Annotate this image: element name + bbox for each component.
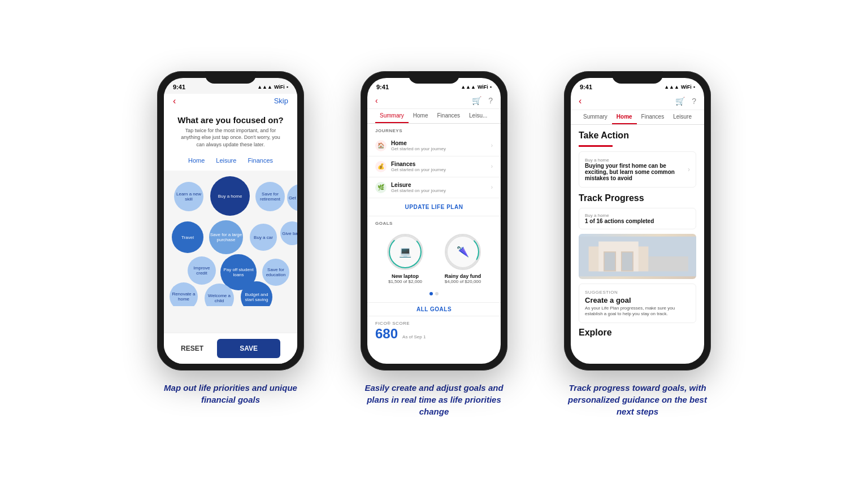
phone1-nav: ‹ Skip (164, 94, 297, 111)
tab-summary-2[interactable]: Summary (375, 109, 409, 123)
goal-name-laptop: New laptop (392, 273, 419, 279)
journey-leisure[interactable]: 🌿 Leisure Get started on your journey › (367, 177, 501, 198)
help-icon-3[interactable]: ? (692, 97, 696, 106)
track-progress-title: Track Progress (579, 193, 696, 203)
bubble-married[interactable]: Get married (287, 184, 297, 211)
tab-leisure-1[interactable]: Leisure (216, 157, 236, 164)
suggestion-desc: As your Life Plan progresses, make sure … (585, 306, 690, 317)
dot-inactive (435, 292, 439, 295)
journey-icon-home: 🏠 (375, 140, 387, 151)
bubble-save-retire[interactable]: Save for retirement (255, 182, 285, 211)
action-card-content: Buy a home Buying your first home can be… (585, 158, 683, 181)
phone-screen-2: 9:41 ▲▲▲ WiFi ▪ ‹ 🛒 ? (367, 78, 501, 364)
goal-circle-laptop: 💻 (387, 234, 423, 270)
bubble-renovate[interactable]: Renovate a home (170, 282, 198, 306)
tab-leisure-2[interactable]: Leisu... (465, 109, 492, 123)
phone1-title-area: What are you focused on? (164, 111, 297, 127)
goal-dots (375, 292, 493, 295)
skip-button[interactable]: Skip (274, 97, 288, 105)
status-time-3: 9:41 (580, 84, 592, 90)
cart-icon-2[interactable]: 🛒 (472, 96, 481, 105)
svg-rect-9 (605, 252, 615, 270)
phone-section-2: 9:41 ▲▲▲ WiFi ▪ ‹ 🛒 ? (349, 71, 519, 417)
phone-section-3: 9:41 ▲▲▲ WiFi ▪ ‹ 🛒 ? (553, 71, 722, 417)
home-image-inner (579, 234, 696, 279)
action-card-label: Buy a home (585, 158, 683, 163)
phone-frame-2: 9:41 ▲▲▲ WiFi ▪ ‹ 🛒 ? (361, 71, 507, 371)
journey-text-home: Home Get started on your journey (391, 140, 491, 151)
save-button[interactable]: SAVE (217, 339, 280, 358)
bubble-car[interactable]: Buy a car (250, 224, 277, 251)
journey-icon-finances: 💰 (375, 161, 387, 172)
status-time-1: 9:41 (173, 84, 185, 90)
tab-home-2[interactable]: Home (409, 109, 433, 123)
help-icon-2[interactable]: ? (488, 96, 493, 105)
track-item: Buy a home 1 of 16 actions completed (579, 208, 696, 229)
journey-finances[interactable]: 💰 Finances Get started on your journey › (367, 156, 501, 177)
tab-finances-3[interactable]: Finances (637, 110, 669, 124)
back-icon-2[interactable]: ‹ (375, 96, 378, 105)
status-time-2: 9:41 (376, 84, 389, 90)
reset-button[interactable]: RESET (181, 345, 203, 352)
phone3-header: ‹ 🛒 ? (571, 94, 704, 110)
svg-rect-11 (648, 256, 688, 271)
wifi-icon: WiFi (274, 84, 285, 90)
phone3-tabs: Summary Home Finances Leisure (571, 110, 704, 125)
fico-score: 680 (375, 326, 398, 342)
bubble-container: Learn a new skill Buy a home Save for re… (164, 171, 297, 306)
bubble-large-purchase[interactable]: Save for a large purchase (209, 220, 243, 254)
bubble-save-education[interactable]: Save for education (262, 259, 289, 286)
suggestion-title: Create a goal (585, 296, 690, 304)
phone2-header: ‹ 🛒 ? (367, 94, 501, 109)
tab-leisure-3[interactable]: Leisure (669, 110, 696, 124)
goal-laptop: 💻 New laptop $1,500 of $2,000 (380, 234, 431, 284)
update-plan-button[interactable]: UPDATE LIFE PLAN (367, 198, 501, 216)
bubble-buy-home[interactable]: Buy a home (210, 176, 250, 216)
tab-home-1[interactable]: Home (188, 157, 205, 164)
red-bar (579, 145, 613, 147)
suggestion-label: SUGGESTION (585, 290, 690, 295)
all-goals-button[interactable]: ALL GOALS (367, 302, 501, 316)
action-chevron: › (688, 165, 690, 173)
bubble-budget[interactable]: Budget and start saving (241, 281, 272, 306)
phone-notch-3 (612, 71, 663, 84)
fico-area: FICO® SCORE 680 As of Sep 1 (367, 316, 501, 346)
caption-1: Map out life priorities and unique finan… (151, 382, 310, 406)
bubble-learn[interactable]: Learn a new skill (174, 182, 203, 211)
action-card-title: Buying your first home can be exciting, … (585, 163, 683, 181)
goal-rainy: 🌂 Rainy day fund $4,000 of $20,000 (437, 234, 488, 284)
caption-3: Track progress toward goals, with person… (558, 382, 717, 417)
fico-label: FICO® SCORE (375, 321, 493, 326)
tab-finances-1[interactable]: Finances (248, 157, 273, 164)
goal-circle-rainy: 🌂 (445, 234, 481, 270)
cart-icon-3[interactable]: 🛒 (675, 97, 685, 106)
chevron-home: › (491, 142, 493, 149)
wifi-icon-3: WiFi (681, 84, 692, 90)
status-icons-3: ▲▲▲ WiFi ▪ (664, 84, 695, 90)
signal-icon-2: ▲▲▲ (461, 84, 476, 90)
goal-amount-rainy: $4,000 of $20,000 (445, 279, 481, 284)
action-card[interactable]: Buy a home Buying your first home can be… (579, 151, 696, 188)
journey-title-leisure: Leisure (391, 182, 491, 188)
phone1-title: What are you focused on? (175, 115, 286, 125)
battery-icon: ▪ (287, 84, 288, 90)
tab-summary-3[interactable]: Summary (579, 110, 612, 124)
bubble-travel[interactable]: Travel (172, 221, 203, 253)
bubble-give-back[interactable]: Give back (280, 221, 297, 245)
back-icon-3[interactable]: ‹ (579, 96, 581, 106)
journey-sub-finances: Get started on your journey (391, 167, 491, 172)
journey-text-leisure: Leisure Get started on your journey (391, 182, 491, 193)
tab-finances-2[interactable]: Finances (432, 109, 465, 123)
phone3-content: Take Action Buy a home Buying your first… (571, 125, 704, 364)
goal-amount-laptop: $1,500 of $2,000 (388, 279, 422, 284)
track-section: Track Progress Buy a home 1 of 16 action… (579, 193, 696, 229)
journey-text-finances: Finances Get started on your journey (391, 161, 491, 172)
explore-section: Explore (579, 328, 696, 338)
explore-title: Explore (579, 328, 696, 338)
back-button[interactable]: ‹ (173, 96, 176, 106)
journey-home[interactable]: 🏠 Home Get started on your journey › (367, 136, 501, 156)
bubble-improve-credit[interactable]: Improve credit (188, 256, 216, 285)
journey-sub-home: Get started on your journey (391, 146, 491, 151)
tab-home-3[interactable]: Home (612, 110, 637, 124)
suggestion-card: SUGGESTION Create a goal As your Life Pl… (579, 284, 696, 324)
